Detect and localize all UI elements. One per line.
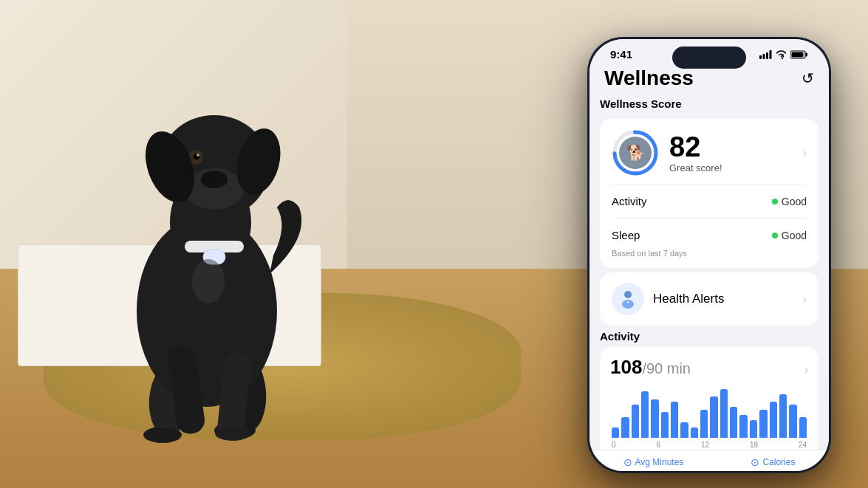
bar-14 [739, 415, 747, 439]
bar-3 [632, 405, 639, 439]
wifi-icon [776, 50, 787, 59]
score-description: Great score! [669, 162, 722, 173]
goal-minutes: /90 min [642, 360, 691, 377]
bar-10 [700, 410, 708, 439]
svg-rect-28 [792, 52, 804, 57]
score-left: 🐕 82 Great score! [612, 129, 722, 176]
sleep-metric-row: Sleep Good [612, 226, 807, 244]
bar-5 [651, 399, 658, 439]
bar-2 [621, 417, 629, 438]
phone-frame: 9:41 [587, 37, 831, 473]
sleep-label: Sleep [612, 229, 640, 241]
activity-chevron: › [804, 363, 808, 377]
score-number: 82 [669, 133, 722, 161]
wellness-score-card[interactable]: 🐕 82 Great score! › Activity [600, 119, 819, 268]
status-time: 9:41 [610, 48, 632, 61]
health-alerts-label: Health Alerts [653, 292, 724, 306]
divider-1 [612, 184, 807, 185]
activity-section: Activity 108/90 min › [590, 330, 829, 456]
svg-rect-22 [763, 54, 765, 59]
bar-1 [612, 427, 619, 438]
activity-card[interactable]: 108/90 min › [600, 347, 819, 456]
svg-rect-23 [766, 52, 768, 59]
score-chevron: › [803, 146, 807, 159]
svg-point-25 [782, 57, 783, 58]
svg-point-7 [144, 427, 181, 442]
chart-label-18: 18 [750, 441, 758, 449]
svg-point-8 [215, 426, 250, 441]
svg-point-20 [192, 259, 225, 303]
bar-6 [661, 412, 669, 438]
svg-rect-35 [628, 301, 629, 303]
chart-x-labels: 0 6 12 18 24 [610, 438, 808, 449]
signal-icon [759, 50, 772, 59]
wellness-ring: 🐕 [612, 129, 659, 176]
activity-minutes-row: 108/90 min › [610, 356, 808, 379]
dog-avatar: 🐕 [619, 137, 652, 169]
activity-section-label: Activity [600, 330, 819, 343]
current-minutes: 108 [610, 356, 642, 378]
bar-4 [641, 391, 649, 438]
bar-8 [680, 422, 688, 438]
chart-label-6: 6 [656, 441, 660, 449]
bar-17 [770, 402, 777, 438]
activity-label: Activity [612, 195, 647, 207]
bar-16 [759, 410, 767, 439]
divider-2 [612, 218, 807, 219]
bar-18 [779, 394, 787, 439]
bar-15 [750, 420, 757, 439]
status-icons [759, 50, 808, 59]
svg-point-31 [624, 291, 632, 298]
app-content: Wellness ↺ Wellness Score [590, 61, 829, 456]
svg-point-12 [201, 171, 228, 188]
health-alerts-left: Health Alerts [612, 283, 724, 315]
health-alert-icon [612, 283, 644, 315]
svg-rect-24 [770, 50, 772, 59]
minutes-display: 108/90 min [610, 356, 691, 379]
bottom-tabs: ⊙ Avg Minutes ⊙ Calories [590, 450, 829, 456]
bar-12 [720, 389, 728, 439]
bar-7 [671, 402, 678, 438]
activity-metric-row: Activity Good [612, 192, 807, 210]
activity-status: Good [772, 196, 807, 207]
health-alerts-chevron: › [803, 292, 807, 306]
wellness-score-section-label: Wellness Score [590, 94, 829, 114]
based-on-text: Based on last 7 days [612, 249, 807, 258]
sleep-good-dot [772, 233, 778, 238]
sleep-status: Good [772, 230, 807, 241]
chart-label-24: 24 [799, 441, 807, 449]
bar-13 [730, 407, 737, 438]
svg-rect-21 [759, 55, 762, 59]
svg-point-15 [197, 154, 199, 157]
score-row: 🐕 82 Great score! › [612, 129, 807, 176]
score-number-block: 82 Great score! [669, 133, 722, 173]
activity-status-text: Good [782, 196, 807, 207]
dog-illustration [37, 30, 347, 444]
bar-11 [710, 396, 717, 438]
refresh-icon[interactable]: ↺ [802, 69, 814, 87]
activity-bar-chart [610, 386, 808, 438]
doctor-icon [618, 289, 638, 309]
dynamic-island [672, 47, 746, 69]
app-title: Wellness [604, 66, 694, 90]
phone-device: 9:41 [587, 37, 831, 473]
chart-label-12: 12 [701, 441, 709, 449]
chart-label-0: 0 [612, 441, 616, 449]
activity-good-dot [772, 199, 778, 205]
phone-screen: 9:41 [590, 39, 829, 471]
bar-19 [789, 405, 796, 439]
bar-20 [799, 417, 807, 438]
health-alerts-card[interactable]: Health Alerts › [600, 272, 819, 326]
bar-9 [691, 427, 698, 438]
battery-icon [790, 50, 808, 59]
sleep-status-text: Good [782, 230, 807, 241]
svg-rect-27 [806, 52, 808, 56]
